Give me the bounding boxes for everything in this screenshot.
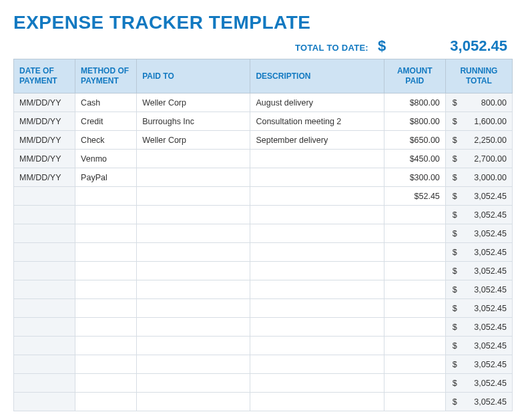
- cell-date[interactable]: [14, 355, 75, 374]
- cell-paid-to[interactable]: Weller Corp: [137, 131, 250, 150]
- cell-description[interactable]: [250, 337, 384, 355]
- cell-paid-to[interactable]: [137, 206, 250, 224]
- table-row: $3,052.45: [14, 374, 513, 393]
- table-row: MM/DD/YYCreditBurroughs IncConsultation …: [14, 112, 513, 131]
- cell-date[interactable]: [14, 243, 75, 262]
- cell-date[interactable]: [14, 224, 75, 243]
- cell-description[interactable]: [250, 168, 384, 187]
- cell-paid-to[interactable]: [137, 224, 250, 243]
- cell-date[interactable]: [14, 299, 75, 318]
- cell-paid-to[interactable]: [137, 150, 250, 168]
- cell-description[interactable]: [250, 393, 384, 411]
- cell-method[interactable]: Check: [75, 131, 137, 150]
- running-value: 3,052.45: [474, 210, 507, 220]
- cell-method[interactable]: Cash: [75, 93, 137, 112]
- table-row: $3,052.45: [14, 299, 513, 318]
- cell-date[interactable]: MM/DD/YY: [14, 112, 75, 131]
- cell-description[interactable]: [250, 280, 384, 299]
- cell-date[interactable]: [14, 337, 75, 355]
- running-value: 800.00: [481, 98, 507, 108]
- cell-method[interactable]: [75, 280, 137, 299]
- cell-amount[interactable]: [384, 337, 445, 355]
- cell-description[interactable]: August delivery: [250, 93, 384, 112]
- cell-amount[interactable]: [384, 224, 445, 243]
- table-row: MM/DD/YYVenmo$450.00$2,700.00: [14, 150, 513, 168]
- cell-description[interactable]: [250, 243, 384, 262]
- running-value: 3,052.45: [474, 323, 507, 332]
- cell-date[interactable]: [14, 187, 75, 206]
- cell-description[interactable]: [250, 262, 384, 280]
- cell-paid-to[interactable]: Burroughs Inc: [137, 112, 250, 131]
- cell-running-total: $1,600.00: [445, 112, 512, 131]
- cell-amount[interactable]: $650.00: [384, 131, 445, 150]
- cell-paid-to[interactable]: [137, 243, 250, 262]
- cell-paid-to[interactable]: [137, 374, 250, 393]
- currency-symbol: $: [451, 136, 457, 145]
- cell-date[interactable]: MM/DD/YY: [14, 168, 75, 187]
- cell-paid-to[interactable]: [137, 318, 250, 337]
- cell-amount[interactable]: $52.45: [384, 187, 445, 206]
- cell-amount[interactable]: [384, 206, 445, 224]
- cell-paid-to[interactable]: [137, 393, 250, 411]
- cell-date[interactable]: [14, 280, 75, 299]
- cell-amount[interactable]: $800.00: [384, 112, 445, 131]
- cell-date[interactable]: MM/DD/YY: [14, 131, 75, 150]
- cell-amount[interactable]: $300.00: [384, 168, 445, 187]
- cell-description[interactable]: [250, 224, 384, 243]
- cell-description[interactable]: [250, 374, 384, 393]
- cell-running-total: $3,052.45: [445, 374, 512, 393]
- cell-amount[interactable]: [384, 299, 445, 318]
- cell-paid-to[interactable]: [137, 337, 250, 355]
- cell-amount[interactable]: $450.00: [384, 150, 445, 168]
- cell-paid-to[interactable]: [137, 355, 250, 374]
- cell-method[interactable]: [75, 299, 137, 318]
- cell-amount[interactable]: [384, 318, 445, 337]
- cell-date[interactable]: [14, 393, 75, 411]
- running-value: 3,052.45: [474, 360, 507, 369]
- cell-date[interactable]: [14, 206, 75, 224]
- cell-date[interactable]: [14, 374, 75, 393]
- cell-running-total: $2,700.00: [445, 150, 512, 168]
- cell-paid-to[interactable]: [137, 168, 250, 187]
- cell-method[interactable]: [75, 318, 137, 337]
- cell-date[interactable]: MM/DD/YY: [14, 93, 75, 112]
- cell-paid-to[interactable]: Weller Corp: [137, 93, 250, 112]
- cell-method[interactable]: [75, 206, 137, 224]
- cell-method[interactable]: [75, 393, 137, 411]
- cell-date[interactable]: [14, 318, 75, 337]
- cell-method[interactable]: [75, 187, 137, 206]
- cell-amount[interactable]: [384, 262, 445, 280]
- cell-date[interactable]: [14, 262, 75, 280]
- cell-method[interactable]: [75, 224, 137, 243]
- cell-paid-to[interactable]: [137, 262, 250, 280]
- cell-amount[interactable]: [384, 393, 445, 411]
- cell-method[interactable]: [75, 374, 137, 393]
- cell-method[interactable]: PayPal: [75, 168, 137, 187]
- cell-description[interactable]: [250, 355, 384, 374]
- cell-amount[interactable]: [384, 243, 445, 262]
- cell-description[interactable]: September delivery: [250, 131, 384, 150]
- cell-description[interactable]: [250, 187, 384, 206]
- cell-description[interactable]: [250, 318, 384, 337]
- cell-paid-to[interactable]: [137, 299, 250, 318]
- cell-description[interactable]: [250, 299, 384, 318]
- cell-paid-to[interactable]: [137, 280, 250, 299]
- cell-method[interactable]: Credit: [75, 112, 137, 131]
- cell-method[interactable]: Venmo: [75, 150, 137, 168]
- cell-method[interactable]: [75, 355, 137, 374]
- currency-symbol: $: [451, 266, 457, 276]
- cell-date[interactable]: MM/DD/YY: [14, 150, 75, 168]
- cell-amount[interactable]: [384, 374, 445, 393]
- cell-method[interactable]: [75, 262, 137, 280]
- cell-paid-to[interactable]: [137, 187, 250, 206]
- cell-method[interactable]: [75, 243, 137, 262]
- cell-amount[interactable]: $800.00: [384, 93, 445, 112]
- cell-amount[interactable]: [384, 280, 445, 299]
- currency-symbol: $: [451, 285, 457, 294]
- table-row: $3,052.45: [14, 280, 513, 299]
- cell-description[interactable]: [250, 206, 384, 224]
- cell-amount[interactable]: [384, 355, 445, 374]
- cell-description[interactable]: Consultation meeting 2: [250, 112, 384, 131]
- cell-description[interactable]: [250, 150, 384, 168]
- cell-method[interactable]: [75, 337, 137, 355]
